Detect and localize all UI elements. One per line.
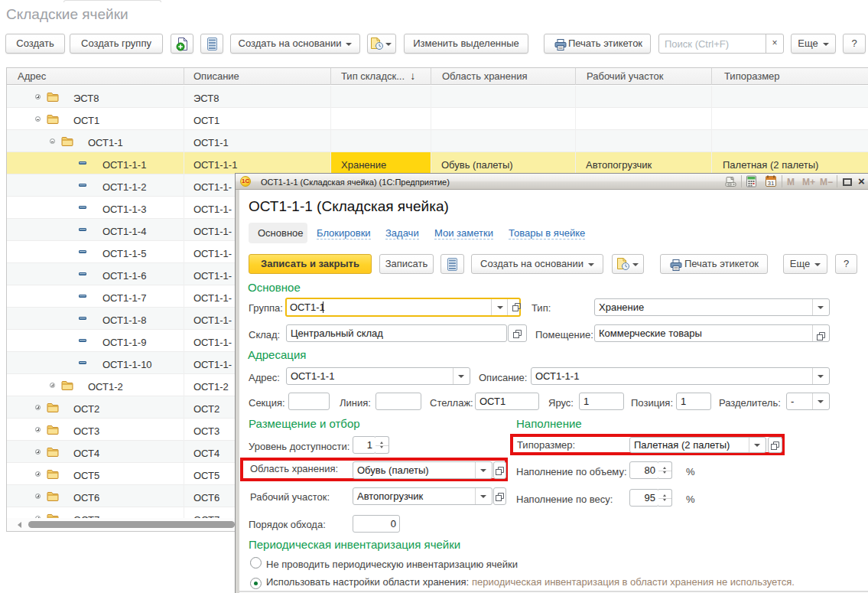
svg-text:31: 31: [768, 180, 775, 187]
